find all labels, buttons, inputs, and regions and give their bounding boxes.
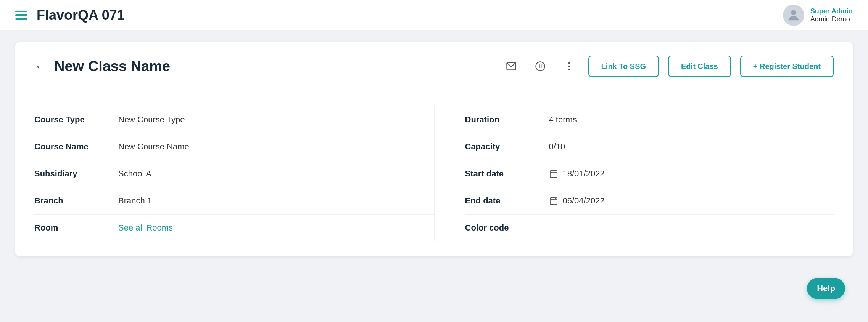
card-body: Course Type New Course Type Course Name … xyxy=(15,91,853,256)
detail-row: Duration 4 terms xyxy=(465,106,834,133)
back-button[interactable]: ← xyxy=(34,60,47,72)
end-date-label: End date xyxy=(465,196,549,206)
user-avatar-icon xyxy=(786,8,801,23)
course-type-value: New Course Type xyxy=(118,115,185,125)
color-code-label: Color code xyxy=(465,223,549,233)
room-value-link[interactable]: See all Rooms xyxy=(118,223,173,233)
link-to-ssg-button[interactable]: Link To SSG xyxy=(588,56,659,77)
pause-icon-button[interactable] xyxy=(530,56,550,76)
nav-left: FlavorQA 071 xyxy=(15,7,125,23)
end-date-value: 06/04/2022 xyxy=(549,196,605,206)
mail-icon xyxy=(506,61,517,72)
svg-point-7 xyxy=(568,69,570,70)
detail-row: Color code xyxy=(465,215,834,241)
subsidiary-label: Subsidiary xyxy=(34,169,118,179)
more-options-button[interactable] xyxy=(559,56,579,76)
duration-label: Duration xyxy=(465,115,549,125)
svg-point-6 xyxy=(568,66,570,67)
svg-point-0 xyxy=(791,10,796,15)
detail-row: Course Type New Course Type xyxy=(34,106,434,133)
pause-icon xyxy=(535,61,546,72)
card-header: ← New Class Name xyxy=(15,42,853,91)
class-title: New Class Name xyxy=(54,58,170,75)
detail-row: End date 06/04/2022 xyxy=(465,187,834,215)
svg-rect-12 xyxy=(550,198,557,205)
user-role: Super Admin xyxy=(810,7,853,15)
top-navigation: FlavorQA 071 Super Admin Admin Demo xyxy=(0,0,868,30)
user-info: Super Admin Admin Demo xyxy=(810,7,853,23)
card-header-right: Link To SSG Edit Class + Register Studen… xyxy=(501,56,834,77)
detail-row: Branch Branch 1 xyxy=(34,187,434,215)
detail-row: Room See all Rooms xyxy=(34,215,434,241)
branch-label: Branch xyxy=(34,196,118,206)
detail-row: Capacity 0/10 xyxy=(465,133,834,160)
main-content: ← New Class Name xyxy=(0,30,868,268)
user-name: Admin Demo xyxy=(810,15,850,23)
edit-class-button[interactable]: Edit Class xyxy=(668,56,731,77)
branch-value: Branch 1 xyxy=(118,196,152,206)
course-name-label: Course Name xyxy=(34,142,118,152)
app-title: FlavorQA 071 xyxy=(37,7,125,23)
details-right-column: Duration 4 terms Capacity 0/10 Start dat… xyxy=(434,106,834,241)
subsidiary-value: School A xyxy=(118,169,151,179)
detail-row: Course Name New Course Name xyxy=(34,133,434,160)
course-name-value: New Course Name xyxy=(118,142,189,152)
svg-point-5 xyxy=(568,62,570,64)
start-date-value: 18/01/2022 xyxy=(549,169,605,179)
capacity-label: Capacity xyxy=(465,142,549,152)
details-grid: Course Type New Course Type Course Name … xyxy=(34,106,834,241)
register-student-button[interactable]: + Register Student xyxy=(740,56,834,77)
help-button[interactable]: Help xyxy=(807,278,845,299)
duration-value: 4 terms xyxy=(549,115,577,125)
calendar-icon xyxy=(549,169,558,178)
hamburger-icon[interactable] xyxy=(15,11,27,20)
nav-right: Super Admin Admin Demo xyxy=(783,5,853,26)
more-icon xyxy=(564,61,575,72)
svg-point-2 xyxy=(536,62,544,70)
svg-rect-8 xyxy=(550,171,557,178)
room-label: Room xyxy=(34,223,118,233)
mail-icon-button[interactable] xyxy=(501,56,521,76)
calendar-icon xyxy=(549,196,558,205)
avatar xyxy=(783,5,804,26)
card-header-left: ← New Class Name xyxy=(34,58,170,75)
detail-row: Subsidiary School A xyxy=(34,160,434,187)
details-left-column: Course Type New Course Type Course Name … xyxy=(34,106,434,241)
class-detail-card: ← New Class Name xyxy=(15,42,853,256)
start-date-label: Start date xyxy=(465,169,549,179)
detail-row: Start date 18/01/2022 xyxy=(465,160,834,187)
capacity-value: 0/10 xyxy=(549,142,565,152)
course-type-label: Course Type xyxy=(34,115,118,125)
